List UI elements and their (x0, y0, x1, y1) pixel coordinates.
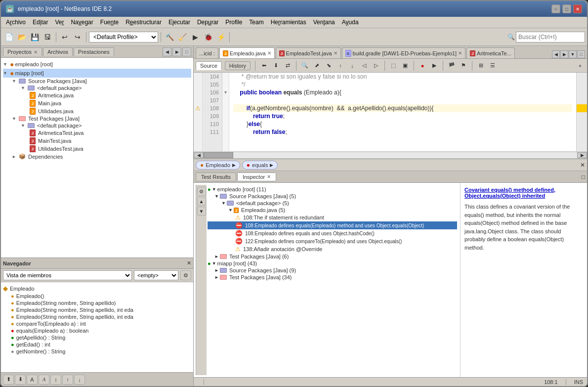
tab-nav-dropdown[interactable]: ▼ (569, 50, 577, 58)
menu-depurar[interactable]: Depurar (194, 18, 221, 27)
editor-btn-toggle-view[interactable]: ⊞ (476, 61, 486, 71)
editor-btn-zoom-in[interactable]: 🔍 (300, 61, 310, 71)
editor-btn-nav6[interactable]: ▷ (371, 61, 381, 71)
insp-item-default-pkg[interactable]: ▼ <default package> (5) (208, 200, 457, 207)
nav-item-constructor-3[interactable]: ● Empleado(String nombre, String apellid… (3, 306, 191, 313)
close-button[interactable]: ✕ (573, 4, 582, 13)
menu-editar[interactable]: Editar (30, 18, 51, 27)
source-tab-history[interactable]: History (225, 61, 251, 70)
nav-btn-1[interactable]: ⬆ (3, 375, 14, 385)
detail-title[interactable]: Covariant equals() method defined, Objec… (464, 187, 583, 199)
editor-tab-empleado-close[interactable]: ✕ (267, 50, 271, 56)
editor-tab-empleado-test[interactable]: J EmpleadoTest.java ✕ (276, 47, 341, 58)
editor-tab-empleado[interactable]: J Empleado.java ✕ (219, 47, 275, 58)
menu-team[interactable]: Team (246, 18, 266, 27)
tree-item-aritmetica[interactable]: J Aritmetica.java (3, 91, 191, 99)
insp-item-warn-138[interactable]: ⚠ 138:Añadir anotación @Override (208, 245, 457, 253)
minimize-button[interactable]: − (551, 4, 560, 13)
tab-prestaciones[interactable]: Prestaciones (74, 47, 114, 56)
editor-btn-bp2[interactable]: ▣ (400, 61, 410, 71)
insp-item-empleado-root[interactable]: ● ▼ empleado [root] (11) (208, 186, 457, 193)
editor-btn-list[interactable]: ☰ (488, 61, 498, 71)
v-btn-up[interactable]: ▲ (197, 197, 206, 206)
undo-button[interactable]: ↩ (59, 31, 71, 43)
debug-project-button[interactable]: 🐞 (202, 31, 214, 43)
editor-tab-breadcrumb[interactable]: ...icid : (196, 47, 218, 58)
tree-item-test-packages[interactable]: ▼ Test Packages [Java] (3, 115, 191, 122)
nav-btn-7[interactable]: ↓ (74, 375, 85, 385)
nav-item-getapellido[interactable]: ● getApellido() : String (3, 334, 191, 341)
menu-ver[interactable]: Ver (52, 18, 67, 27)
new-file-button[interactable]: 📄 (3, 31, 15, 43)
editor-btn-nav1[interactable]: ⬈ (312, 61, 322, 71)
tab-test-results[interactable]: Test Results (196, 172, 236, 181)
navigator-view-select[interactable]: Vista de miembros (3, 270, 132, 280)
fold-marker-106[interactable]: ▼ (223, 90, 228, 95)
editor-btn-mark2[interactable]: ⚑ (459, 61, 468, 71)
tab-nav-right[interactable]: ▶ (560, 50, 568, 58)
tab-nav-left[interactable]: ◀ (552, 50, 560, 58)
tab-inspector-close[interactable]: ✕ (267, 174, 271, 179)
navigator-filter-select[interactable]: <empty> (134, 270, 178, 280)
v-btn-1[interactable]: ⚙ (197, 187, 206, 196)
navigator-config-button[interactable]: ⚙ (180, 270, 191, 280)
menu-ayuda[interactable]: Ayuda (339, 18, 362, 27)
search-input[interactable] (516, 32, 585, 43)
tree-item-utilidades-test[interactable]: J UtilidadesTest.java (3, 145, 191, 153)
editor-btn-mark1[interactable]: 🏴 (447, 61, 457, 71)
menu-archivo[interactable]: Archivo (3, 18, 29, 27)
editor-btn-bp1[interactable]: ⬚ (388, 61, 398, 71)
nav-btn-4[interactable]: 𝐴 (39, 375, 49, 385)
tab-archivos[interactable]: Archivos (43, 47, 73, 56)
insp-item-warn-108-if[interactable]: ⚠ 108:The if statement is redundant (208, 214, 457, 221)
tree-item-default-pkg-test[interactable]: ▼ <default package> (3, 122, 191, 129)
hscroll-thumb[interactable] (204, 152, 233, 158)
test-project-button[interactable]: ⚡ (215, 31, 227, 43)
nav-btn-3[interactable]: A (27, 375, 38, 385)
tree-item-main-test[interactable]: J MainTest.java (3, 137, 191, 145)
tree-item-aritmetica-test[interactable]: J AritmeticaTest.java (3, 129, 191, 137)
tree-item-empleado-root[interactable]: ▼ ● empleado [root] (3, 60, 191, 69)
tree-item-dependencies[interactable]: ► 📦 Dependencies (3, 153, 191, 160)
editor-tab-build-gradle-close[interactable]: ✕ (458, 50, 462, 56)
editor-btn-red[interactable]: ● (418, 61, 427, 71)
save-button[interactable]: 💾 (29, 31, 41, 43)
insp-item-miapp-test-pkg[interactable]: ► Test Packages [Java] (34) (208, 274, 457, 281)
breadcrumb-empleado[interactable]: ● Empleado ▶ (196, 161, 240, 170)
v-btn-down[interactable]: ▼ (197, 207, 206, 215)
editor-tab-empleado-test-close[interactable]: ✕ (334, 50, 337, 56)
panel-scroll-left[interactable]: ◀ (163, 47, 171, 56)
maximize-button[interactable]: □ (562, 4, 571, 13)
panel-scroll-right[interactable]: ▶ (172, 47, 181, 56)
clean-build-button[interactable]: 🧹 (176, 31, 188, 43)
insp-item-source-pkg[interactable]: ▼ Source Packages [Java] (5) (208, 193, 457, 200)
editor-btn-fwd[interactable]: ⬇ (271, 61, 281, 71)
editor-btn-back[interactable]: ⬅ (259, 61, 269, 71)
save-all-button[interactable]: 🖫 (42, 31, 53, 43)
menu-fuente[interactable]: Fuente (97, 18, 122, 27)
insp-item-err-108-hashcode[interactable]: ⛔ 108:Empleado defines equals and uses O… (208, 229, 457, 237)
nav-item-getedad[interactable]: ● getEdad() : int (3, 341, 191, 348)
run-project-button[interactable]: ▶ (189, 31, 201, 43)
insp-item-err-122[interactable]: ⛔ 122:Empleado defines compareTo(Emplead… (208, 237, 457, 245)
editor-tab-aritmetica-te[interactable]: J AritmeticaTe... (466, 47, 515, 58)
editor-btn-nav5[interactable]: ◁ (359, 61, 369, 71)
editor-btn-nav3[interactable]: ↑ (336, 61, 345, 71)
build-project-button[interactable]: 🔨 (164, 31, 175, 43)
nav-item-constructor-4[interactable]: ● Empleado(String nombre, String apellid… (3, 313, 191, 320)
editor-btn-extra1[interactable]: + (575, 61, 585, 71)
open-project-button[interactable]: 📂 (16, 31, 28, 43)
bottom-panel-close[interactable]: ✕ (580, 162, 585, 169)
tree-item-utilidades[interactable]: J Utilidades.java (3, 107, 191, 115)
bottom-maximize[interactable]: □ (582, 173, 585, 180)
editor-btn-play[interactable]: ▶ (429, 61, 439, 71)
nav-item-constructor-1[interactable]: ● Empleado() (3, 293, 191, 300)
profile-dropdown[interactable]: <Default Profile> (89, 32, 158, 43)
tab-maximize[interactable]: □ (577, 50, 585, 58)
nav-item-equals[interactable]: ● equals(Empleado a) : boolean (3, 327, 191, 334)
nav-item-class[interactable]: ◆ Empleado (3, 284, 191, 293)
hscroll-left[interactable]: ◀ (194, 152, 204, 158)
nav-btn-2[interactable]: ⬇ (15, 375, 26, 385)
editor-btn-nav4[interactable]: ↓ (347, 61, 357, 71)
panel-maximize[interactable]: □ (182, 47, 191, 56)
